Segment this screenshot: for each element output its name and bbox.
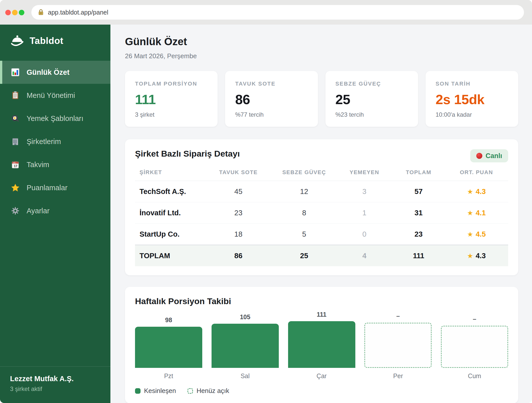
stat-value: 111 bbox=[135, 92, 208, 107]
star-icon: ★ bbox=[467, 209, 473, 217]
cell-yemeyen: 0 bbox=[336, 224, 392, 245]
stat-sub: 3 şirket bbox=[135, 111, 208, 118]
cell-company: İnovatif Ltd. bbox=[135, 202, 205, 224]
sidebar-item-menu-yonetimi[interactable]: Menü Yönetimi bbox=[0, 84, 110, 107]
dashed-swatch-icon bbox=[187, 388, 193, 394]
minimize-button[interactable] bbox=[12, 10, 18, 15]
url-text: app.tabldot.app/panel bbox=[48, 9, 108, 16]
stat-card-son-tarih: SON TARİH2s 15dk10:00'a kadar bbox=[426, 71, 518, 127]
weekly-chart-card: Haftalık Porsiyon Takibi 98Pzt105Sal111Ç… bbox=[125, 287, 518, 403]
frying-pan-icon bbox=[11, 114, 20, 123]
stat-sub: 10:00'a kadar bbox=[436, 111, 508, 118]
stat-card-tavuk-sote: TAVUK SOTE86%77 tercih bbox=[225, 71, 318, 127]
cell-toplam: 31 bbox=[392, 202, 445, 224]
cell-sebze_guvec: 12 bbox=[272, 181, 336, 202]
legend-label: Henüz açık bbox=[196, 387, 229, 395]
rating-value: 4.1 bbox=[476, 209, 486, 217]
legend-item-henuz-acik: Henüz açık bbox=[187, 387, 229, 395]
star-icon: ★ bbox=[467, 231, 473, 238]
page-date: 26 Mart 2026, Perşembe bbox=[125, 52, 518, 60]
sidebar-item-label: Ayarlar bbox=[27, 207, 49, 215]
orders-card-title: Şirket Bazlı Sipariş Detayı bbox=[135, 149, 508, 159]
weekly-chart-title: Haftalık Porsiyon Takibi bbox=[135, 296, 508, 306]
stat-sub: %77 tercih bbox=[235, 111, 308, 118]
rating-value: 4.3 bbox=[476, 252, 486, 260]
active-company-name: Lezzet Mutfak A.Ş. bbox=[10, 375, 100, 383]
bar-value-label: 98 bbox=[165, 316, 172, 324]
cell-rating: ★4.3 bbox=[445, 181, 508, 202]
stat-label: SON TARİH bbox=[436, 81, 508, 87]
cell-rating: ★4.1 bbox=[445, 202, 508, 224]
day-label: Çar bbox=[316, 372, 326, 380]
bar-car bbox=[288, 321, 355, 368]
stat-label: TOPLAM PORSİYON bbox=[135, 81, 208, 87]
live-badge-label: Canlı bbox=[486, 152, 502, 160]
star-icon: ★ bbox=[467, 252, 473, 260]
rating-value: 4.3 bbox=[476, 187, 486, 195]
sidebar-item-label: Puanlamalar bbox=[27, 184, 68, 192]
sidebar-item-label: Günlük Özet bbox=[27, 68, 70, 77]
open-bar-per bbox=[364, 323, 432, 368]
sidebar-item-label: Takvim bbox=[27, 161, 49, 169]
sidebar-item-ayarlar[interactable]: Ayarlar bbox=[0, 199, 110, 222]
sidebar-item-label: Menü Yönetimi bbox=[27, 91, 75, 100]
gear-icon bbox=[11, 206, 20, 216]
day-label: Per bbox=[393, 372, 403, 380]
table-row-techsoft-a-s: TechSoft A.Ş.4512357★4.3 bbox=[135, 181, 508, 202]
sidebar-footer: Lezzet Mutfak A.Ş. 3 şirket aktif bbox=[0, 366, 110, 403]
stat-value: 86 bbox=[235, 92, 308, 107]
close-button[interactable] bbox=[5, 10, 11, 15]
stat-value: 25 bbox=[336, 92, 408, 107]
bar-chart-icon bbox=[11, 68, 20, 77]
chart-slot-sal: 105Sal bbox=[212, 313, 279, 380]
cell-tavuk_sote: 23 bbox=[205, 202, 272, 224]
bar-value-label: – bbox=[473, 315, 476, 323]
legend-label: Kesinleşen bbox=[144, 387, 176, 395]
office-building-icon bbox=[11, 137, 20, 146]
clipboard-icon bbox=[11, 91, 20, 100]
stat-card-toplam-porsiyon: TOPLAM PORSİYON1113 şirket bbox=[125, 71, 218, 127]
sidebar-item-sirketlerim[interactable]: Şirketlerim bbox=[0, 130, 110, 153]
day-label: Pzt bbox=[164, 372, 173, 380]
cell-toplam: 111 bbox=[392, 245, 445, 266]
chart-slot-per: –Per bbox=[364, 312, 432, 380]
browser-chrome: app.tabldot.app/panel bbox=[0, 0, 532, 25]
lock-icon bbox=[37, 9, 44, 16]
bar-value-label: 111 bbox=[317, 311, 326, 318]
stat-sub: %23 tercih bbox=[336, 111, 408, 118]
legend-item-kesinlesen: Kesinleşen bbox=[135, 387, 176, 395]
sidebar-item-puanlamalar[interactable]: Puanlamalar bbox=[0, 176, 110, 199]
stat-value: 2s 15dk bbox=[436, 92, 508, 107]
sidebar-nav: Günlük ÖzetMenü YönetimiYemek Şablonları… bbox=[0, 61, 110, 222]
table-row-total: TOPLAM86254111★4.3 bbox=[135, 245, 508, 266]
sidebar-item-takvim[interactable]: JUL17Takvim bbox=[0, 153, 110, 176]
solid-swatch-icon bbox=[135, 388, 141, 394]
url-bar[interactable]: app.tabldot.app/panel bbox=[31, 5, 524, 20]
maximize-button[interactable] bbox=[19, 10, 24, 15]
app-logo: Tabldot bbox=[0, 25, 110, 47]
cell-company: TechSoft A.Ş. bbox=[135, 181, 205, 202]
orders-table: ŞİRKETTAVUK SOTESEBZE GÜVEÇYEMEYENTOPLAM… bbox=[135, 165, 508, 266]
stat-cards-row: TOPLAM PORSİYON1113 şirketTAVUK SOTE86%7… bbox=[125, 71, 518, 127]
cell-toplam: 23 bbox=[392, 224, 445, 245]
cloche-icon bbox=[10, 35, 25, 47]
day-label: Sal bbox=[241, 372, 250, 380]
page-title: Günlük Özet bbox=[125, 36, 518, 48]
bar-value-label: 105 bbox=[240, 313, 250, 321]
cell-yemeyen: 4 bbox=[336, 245, 392, 266]
cell-sebze_guvec: 25 bbox=[272, 245, 336, 266]
table-row-startup-co: StartUp Co.185023★4.5 bbox=[135, 224, 508, 245]
cell-company: TOPLAM bbox=[135, 245, 205, 266]
sidebar-item-gunluk-ozet[interactable]: Günlük Özet bbox=[0, 61, 110, 84]
day-label: Cum bbox=[468, 372, 481, 380]
cell-toplam: 57 bbox=[392, 181, 445, 202]
svg-text:JUL: JUL bbox=[13, 162, 16, 164]
stat-label: TAVUK SOTE bbox=[235, 81, 308, 87]
bar-sal bbox=[212, 324, 279, 368]
column-header-sebze-guvec: SEBZE GÜVEÇ bbox=[272, 165, 336, 181]
sidebar: Tabldot Günlük ÖzetMenü YönetimiYemek Şa… bbox=[0, 25, 110, 403]
cell-tavuk_sote: 18 bbox=[205, 224, 272, 245]
company-status: 3 şirket aktif bbox=[10, 385, 100, 392]
open-bar-cum bbox=[441, 326, 508, 368]
sidebar-item-yemek-sablonlari[interactable]: Yemek Şablonları bbox=[0, 107, 110, 130]
